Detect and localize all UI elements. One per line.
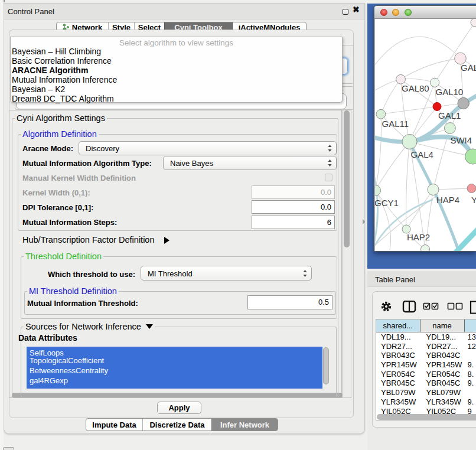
svg-text:SWI4: SWI4 — [450, 135, 472, 145]
svg-text:GAL7: GAL7 — [461, 63, 476, 73]
svg-text:GAL4: GAL4 — [411, 149, 433, 159]
svg-text:HAP4: HAP4 — [436, 195, 459, 205]
svg-text:GAL11: GAL11 — [382, 119, 409, 129]
svg-text:GAL80: GAL80 — [402, 83, 429, 93]
svg-text:HAP2: HAP2 — [407, 232, 430, 242]
svg-text:Y: Y — [471, 195, 476, 205]
svg-text:GCY1: GCY1 — [375, 198, 399, 208]
svg-text:GAL10: GAL10 — [436, 87, 464, 97]
svg-text:GAL1: GAL1 — [438, 110, 461, 120]
